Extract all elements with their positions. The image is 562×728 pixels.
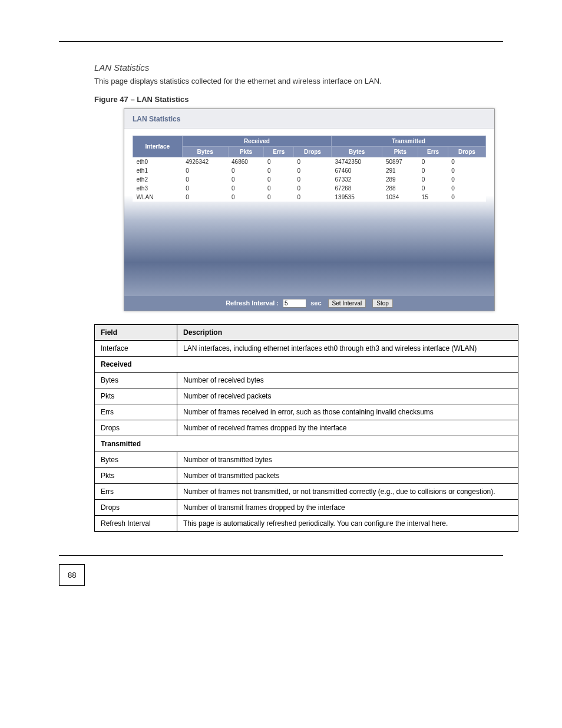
desc-head-field: Field: [95, 324, 177, 340]
desc-field: Interface: [95, 340, 177, 356]
desc-row: Received: [95, 356, 518, 372]
desc-text: Number of received bytes: [177, 372, 518, 388]
top-rule: [59, 41, 503, 42]
cell-r_bytes: 4926342: [182, 157, 228, 166]
desc-row: PktsNumber of received packets: [95, 388, 518, 404]
col-t-bytes: Bytes: [332, 146, 382, 157]
desc-row: ErrsNumber of frames not transmitted, or…: [95, 483, 518, 499]
cell-t_bytes: 67332: [332, 175, 382, 184]
cell-t_drops: 0: [448, 166, 485, 175]
col-t-pkts: Pkts: [382, 146, 418, 157]
col-t-errs: Errs: [418, 146, 448, 157]
cell-r_errs: 0: [264, 193, 294, 202]
desc-section-label: Received: [95, 356, 518, 372]
cell-iface: eth0: [133, 157, 183, 166]
cell-r_bytes: 0: [182, 184, 228, 193]
cell-t_errs: 15: [418, 193, 448, 202]
refresh-bar: Refresh Interval : sec Set Interval Stop: [124, 296, 494, 311]
table-row: eth100006746029100: [133, 166, 486, 175]
col-interface: Interface: [133, 136, 183, 157]
desc-row: BytesNumber of received bytes: [95, 372, 518, 388]
cell-t_errs: 0: [418, 166, 448, 175]
cell-r_bytes: 0: [182, 193, 228, 202]
cell-t_pkts: 50897: [382, 157, 418, 166]
desc-text: Number of received packets: [177, 388, 518, 404]
description-table: Field Description InterfaceLAN interface…: [94, 324, 518, 532]
cell-r_drops: 0: [293, 184, 331, 193]
cell-r_bytes: 0: [182, 175, 228, 184]
desc-field: Pkts: [95, 388, 177, 404]
desc-row: ErrsNumber of frames received in error, …: [95, 404, 518, 420]
cell-t_pkts: 288: [382, 184, 418, 193]
refresh-input[interactable]: [283, 299, 306, 308]
cell-r_pkts: 46860: [228, 157, 264, 166]
stats-table: Interface Received Transmitted Bytes Pkt…: [133, 136, 486, 202]
cell-iface: eth1: [133, 166, 183, 175]
section-heading: LAN Statistics: [94, 62, 527, 73]
cell-t_errs: 0: [418, 184, 448, 193]
set-interval-button[interactable]: Set Interval: [328, 299, 366, 308]
refresh-label: Refresh Interval :: [226, 299, 279, 307]
cell-r_bytes: 0: [182, 166, 228, 175]
cell-r_errs: 0: [264, 175, 294, 184]
desc-text: Number of transmit frames dropped by the…: [177, 499, 518, 515]
cell-t_drops: 0: [448, 157, 485, 166]
cell-t_errs: 0: [418, 175, 448, 184]
desc-section-label: Transmitted: [95, 436, 518, 452]
desc-field: Errs: [95, 483, 177, 499]
cell-r_pkts: 0: [228, 166, 264, 175]
cell-t_drops: 0: [448, 175, 485, 184]
desc-field: Bytes: [95, 372, 177, 388]
cell-iface: WLAN: [133, 193, 183, 202]
table-row: eth049263424686000347423505089700: [133, 157, 486, 166]
col-r-errs: Errs: [264, 146, 294, 157]
stats-area: Interface Received Transmitted Bytes Pkt…: [124, 129, 494, 296]
desc-row: DropsNumber of transmit frames dropped b…: [95, 499, 518, 515]
desc-text: Number of received frames dropped by the…: [177, 420, 518, 436]
stop-button[interactable]: Stop: [372, 299, 393, 308]
cell-t_bytes: 67268: [332, 184, 382, 193]
cell-t_bytes: 34742350: [332, 157, 382, 166]
desc-field: Pkts: [95, 467, 177, 483]
cell-t_pkts: 289: [382, 175, 418, 184]
desc-field: Bytes: [95, 452, 177, 467]
desc-row: Transmitted: [95, 436, 518, 452]
col-transmitted: Transmitted: [332, 136, 486, 146]
lan-stats-screenshot: LAN Statistics Interface Received Transm…: [124, 108, 495, 311]
desc-field: Refresh Interval: [95, 515, 177, 531]
desc-row: BytesNumber of transmitted bytes: [95, 452, 518, 467]
col-r-bytes: Bytes: [182, 146, 228, 157]
page-number: 88: [59, 564, 85, 586]
desc-row: InterfaceLAN interfaces, including ether…: [95, 340, 518, 356]
cell-r_errs: 0: [264, 166, 294, 175]
cell-r_errs: 0: [264, 157, 294, 166]
table-row: eth200006733228900: [133, 175, 486, 184]
cell-t_pkts: 1034: [382, 193, 418, 202]
col-received: Received: [182, 136, 331, 146]
desc-text: LAN interfaces, including ethernet inter…: [177, 340, 518, 356]
desc-field: Drops: [95, 499, 177, 515]
col-r-pkts: Pkts: [228, 146, 264, 157]
cell-r_errs: 0: [264, 184, 294, 193]
cell-r_drops: 0: [293, 157, 331, 166]
desc-field: Errs: [95, 404, 177, 420]
desc-text: Number of transmitted bytes: [177, 452, 518, 467]
cell-t_drops: 0: [448, 184, 485, 193]
figure-caption: Figure 47 – LAN Statistics: [94, 95, 527, 104]
desc-text: Number of frames received in error, such…: [177, 404, 518, 420]
cell-r_drops: 0: [293, 166, 331, 175]
cell-t_drops: 0: [448, 193, 485, 202]
sec-label: sec: [310, 299, 321, 307]
desc-row: PktsNumber of transmitted packets: [95, 467, 518, 483]
desc-text: Number of frames not transmitted, or not…: [177, 483, 518, 499]
table-row: WLAN00001395351034150: [133, 193, 486, 202]
cell-t_pkts: 291: [382, 166, 418, 175]
cell-r_drops: 0: [293, 175, 331, 184]
cell-r_pkts: 0: [228, 175, 264, 184]
panel-title: LAN Statistics: [124, 109, 494, 129]
cell-t_bytes: 139535: [332, 193, 382, 202]
cell-t_bytes: 67460: [332, 166, 382, 175]
col-t-drops: Drops: [448, 146, 485, 157]
cell-iface: eth2: [133, 175, 183, 184]
desc-text: Number of transmitted packets: [177, 467, 518, 483]
